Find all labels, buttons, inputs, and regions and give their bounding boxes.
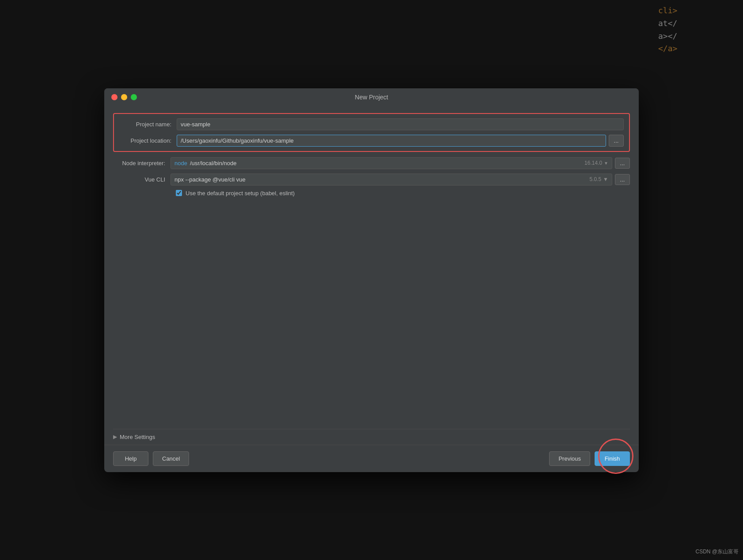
project-location-group: ... [177, 135, 624, 147]
more-settings-label: More Settings [120, 434, 155, 440]
traffic-lights [111, 94, 137, 100]
title-bar: New Project [104, 88, 639, 106]
node-interpreter-label: Node interpreter: [113, 160, 171, 166]
dialog-body: Project name: Project location: ... Node… [104, 106, 639, 429]
cancel-button[interactable]: Cancel [153, 451, 189, 466]
previous-button[interactable]: Previous [549, 451, 590, 466]
node-interpreter-row: Node interpreter: node /usr/local/bin/no… [113, 157, 630, 169]
project-location-row: Project location: ... [119, 135, 624, 147]
project-name-input[interactable] [177, 118, 624, 130]
footer-right-buttons: Previous Finish [549, 451, 630, 466]
node-version-badge: 16.14.0 ▼ [584, 160, 608, 166]
node-keyword: node [174, 160, 187, 166]
more-settings-chevron-icon: ▶ [113, 434, 117, 440]
node-version-text: 16.14.0 [584, 160, 602, 166]
finish-button[interactable]: Finish [595, 451, 630, 466]
maximize-button[interactable] [131, 94, 137, 100]
dialog-footer: Help Cancel Previous Finish [104, 445, 639, 472]
close-button[interactable] [111, 94, 118, 100]
dialog-overlay: New Project Project name: Project locati… [0, 0, 743, 560]
vue-cli-input[interactable]: npx --package @vue/cli vue 5.0.5 ▼ [171, 174, 612, 185]
default-setup-checkbox[interactable] [176, 190, 182, 196]
vue-cli-row: Vue CLI npx --package @vue/cli vue 5.0.5… [113, 174, 630, 185]
vue-cli-chevron-icon: ▼ [603, 176, 608, 182]
chevron-down-icon: ▼ [604, 161, 608, 166]
vue-cli-label: Vue CLI [113, 176, 171, 183]
highlighted-section: Project name: Project location: ... [113, 113, 630, 152]
dialog-title: New Project [355, 94, 388, 101]
more-settings-section[interactable]: ▶ More Settings [113, 429, 630, 445]
default-setup-label: Use the default project setup (babel, es… [186, 190, 295, 197]
project-location-input[interactable] [177, 135, 606, 147]
watermark: CSDN @东山富哥 [695, 548, 739, 556]
vue-cli-value: npx --package @vue/cli vue [174, 176, 246, 183]
help-button[interactable]: Help [113, 451, 148, 466]
node-path: /usr/local/bin/node [190, 160, 237, 166]
node-interpreter-value-group: node /usr/local/bin/node [174, 160, 584, 166]
node-interpreter-browse-button[interactable]: ... [615, 158, 630, 169]
project-name-label: Project name: [119, 121, 177, 128]
new-project-dialog: New Project Project name: Project locati… [104, 88, 639, 472]
node-interpreter-input[interactable]: node /usr/local/bin/node 16.14.0 ▼ [171, 157, 612, 169]
vue-cli-version-text: 5.0.5 [589, 176, 601, 182]
default-setup-row: Use the default project setup (babel, es… [176, 190, 630, 197]
content-area [113, 201, 630, 422]
footer-left-buttons: Help Cancel [113, 451, 189, 466]
vue-cli-browse-button[interactable]: ... [615, 174, 630, 185]
minimize-button[interactable] [121, 94, 127, 100]
project-name-row: Project name: [119, 118, 624, 130]
project-location-label: Project location: [119, 137, 177, 144]
project-location-browse-button[interactable]: ... [609, 135, 624, 147]
vue-cli-version-group: 5.0.5 ▼ [589, 176, 608, 182]
